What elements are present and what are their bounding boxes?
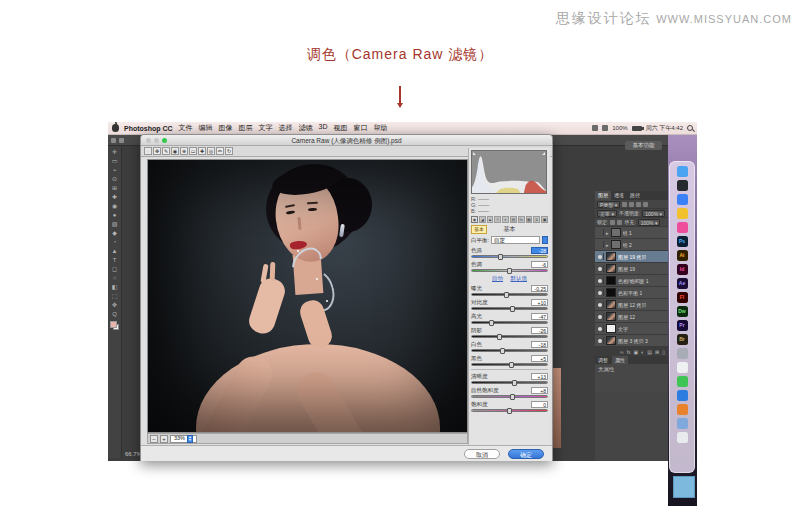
targeted-adjust-tool-icon[interactable]: ⊕ — [180, 147, 188, 155]
layer-visibility-icon[interactable] — [597, 337, 604, 344]
tab-effects[interactable]: fx — [518, 216, 525, 223]
dock-icon-dreamweaver[interactable]: Dw — [677, 306, 688, 317]
slider-thumb[interactable] — [489, 320, 494, 326]
zoom-tool[interactable]: Q — [112, 310, 117, 319]
dock-icon-qq[interactable] — [677, 180, 688, 191]
lock-position-icon[interactable] — [617, 220, 622, 225]
move-tool[interactable]: ✛ — [112, 148, 117, 157]
slider-value[interactable]: +8 — [531, 387, 548, 394]
red-eye-tool-icon[interactable]: ◎ — [207, 147, 215, 155]
tab-presets[interactable]: ≣ — [533, 216, 540, 223]
dock-icon-trash[interactable] — [677, 432, 688, 443]
slider-value[interactable]: -47 — [531, 313, 548, 320]
layer-row-1[interactable]: ▸组 2 — [595, 239, 668, 251]
slider-thumb[interactable] — [500, 348, 505, 354]
layer-row-0[interactable]: ▸组 1 — [595, 227, 668, 239]
adjustment-brush-tool-icon[interactable]: ✏ — [216, 147, 224, 155]
white-balance-tool-icon[interactable]: ✎ — [162, 147, 170, 155]
slider-track[interactable] — [471, 293, 548, 296]
slider-track[interactable] — [471, 349, 548, 352]
layer-visibility-icon[interactable] — [597, 265, 604, 272]
lock-transparency-icon[interactable] — [610, 220, 615, 225]
tool-preset-icon[interactable] — [111, 138, 116, 143]
zoom-out-button[interactable]: − — [150, 435, 158, 443]
link-layers-icon[interactable]: ∞ — [620, 349, 624, 355]
slider-value[interactable]: -28 — [531, 247, 548, 254]
layer-visibility-icon[interactable] — [597, 313, 604, 320]
dock-icon-bridge[interactable]: Br — [677, 334, 688, 345]
shadow-clipping-icon[interactable] — [473, 152, 476, 155]
zoom-tool-icon[interactable]: ◌ — [144, 147, 152, 155]
menu-item-3[interactable]: 图层 — [239, 123, 253, 133]
slider-value[interactable]: -18 — [531, 341, 548, 348]
slider-track[interactable] — [471, 335, 548, 338]
layer-row-6[interactable]: 图层 12 拷贝 — [595, 299, 668, 311]
filter-type-icon[interactable] — [636, 202, 641, 207]
minimize-button[interactable] — [154, 138, 159, 143]
menu-item-5[interactable]: 选择 — [279, 123, 293, 133]
slider-value[interactable]: -26 — [531, 327, 548, 334]
tab-split-toning[interactable]: ◐ — [502, 216, 509, 223]
group-expand-icon[interactable]: ▸ — [606, 230, 609, 236]
layer-visibility-icon[interactable] — [597, 229, 604, 236]
adjustment-layer-icon[interactable]: ◐ — [641, 349, 644, 355]
slider-track[interactable] — [471, 409, 548, 412]
slider-track[interactable] — [471, 321, 548, 324]
layer-row-3[interactable]: 图层 19 — [595, 263, 668, 275]
slider-track[interactable] — [471, 363, 548, 366]
menu-item-6[interactable]: 滤镜 — [299, 123, 313, 133]
filter-pixel-icon[interactable] — [622, 202, 627, 207]
tab-camera-calibration[interactable]: ▦ — [526, 216, 533, 223]
layer-visibility-icon[interactable] — [597, 277, 604, 284]
menu-item-4[interactable]: 文字 — [259, 123, 273, 133]
slider-thumb[interactable] — [497, 334, 502, 340]
white-balance-stepper[interactable] — [542, 236, 548, 244]
battery-icon[interactable] — [632, 126, 642, 131]
spot-removal-tool-icon[interactable]: ✚ — [198, 147, 206, 155]
dock-icon-pink-app[interactable] — [677, 222, 688, 233]
slider-thumb[interactable] — [507, 408, 512, 414]
dock-icon-photoshop[interactable]: Ps — [677, 236, 688, 247]
input-method-icon[interactable] — [592, 125, 598, 131]
color-sampler-tool-icon[interactable]: ◉ — [171, 147, 179, 155]
blend-mode-dropdown[interactable]: 正常 ▾ — [597, 210, 617, 217]
zoom-in-button[interactable]: + — [160, 435, 168, 443]
slider-value[interactable]: +10 — [531, 299, 548, 306]
default-link[interactable]: 默认值 — [511, 275, 528, 281]
dock-icon-folder[interactable] — [677, 418, 688, 429]
shape-tool[interactable]: ⬚ — [112, 292, 118, 301]
layer-row-5[interactable]: 色彩平衡 1 — [595, 287, 668, 299]
crop-tool-icon[interactable]: ▭ — [189, 147, 197, 155]
brush-tool[interactable]: ● — [113, 211, 117, 220]
filter-adjustment-icon[interactable] — [629, 202, 634, 207]
dock-icon-after-effects[interactable]: Ae — [677, 278, 688, 289]
close-button[interactable] — [146, 138, 151, 143]
slider-thumb[interactable] — [509, 362, 514, 368]
rotate-tool-icon[interactable]: ↻ — [225, 147, 233, 155]
eraser-tool[interactable]: ◔ — [113, 238, 117, 247]
zoom-level-select[interactable]: 33%▲▼ — [170, 435, 197, 443]
layer-row-7[interactable]: 图层 12 — [595, 311, 668, 323]
fill-value[interactable]: 100% ▾ — [638, 219, 661, 226]
history-brush-tool[interactable]: ◆ — [112, 229, 117, 238]
slider-value[interactable]: 0 — [531, 401, 548, 408]
gradient-tool[interactable]: ▲ — [112, 247, 118, 256]
hand-tool[interactable]: ✥ — [112, 301, 117, 310]
add-mask-icon[interactable]: ▣ — [634, 349, 639, 355]
tab-detail[interactable]: ▲ — [487, 216, 494, 223]
zoom-window-button[interactable] — [162, 138, 167, 143]
slider-value[interactable]: +5 — [531, 355, 548, 362]
lasso-tool[interactable]: ⌁ — [113, 166, 117, 175]
crop-tool[interactable]: ⊞ — [112, 184, 117, 193]
path-select-tool[interactable]: ◧ — [112, 283, 118, 292]
slider-thumb[interactable] — [512, 380, 517, 386]
dock-icon-green-app[interactable] — [677, 376, 688, 387]
slider-value[interactable]: +13 — [531, 373, 548, 380]
layer-row-4[interactable]: 色相/饱和度 1 — [595, 275, 668, 287]
menu-item-0[interactable]: 文件 — [179, 123, 193, 133]
slider-thumb[interactable] — [510, 394, 515, 400]
menu-item-2[interactable]: 图像 — [219, 123, 233, 133]
dock-icon-yellow-app[interactable] — [677, 208, 688, 219]
layers-tab-1[interactable]: 通道 — [611, 191, 627, 200]
eyedropper-tool[interactable]: ✚ — [112, 193, 117, 202]
